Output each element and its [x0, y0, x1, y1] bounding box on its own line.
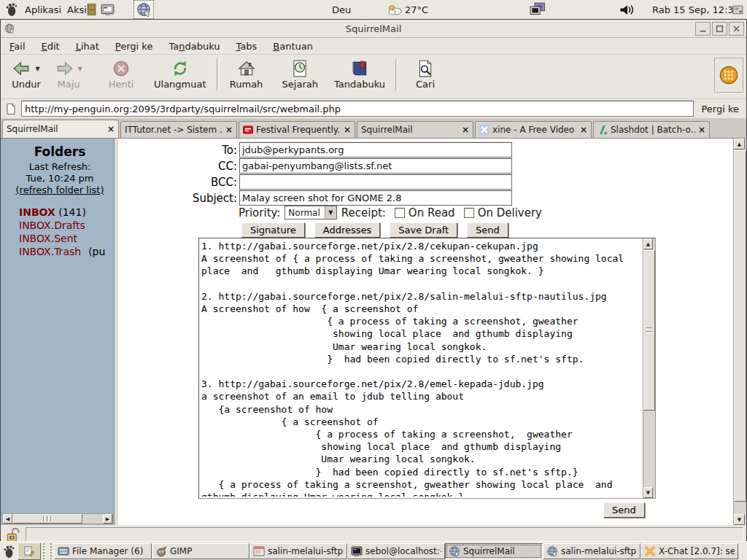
menu-edit[interactable]: Edit	[42, 41, 60, 52]
forward-dropdown-icon[interactable]: ▼	[77, 66, 82, 72]
lock-open-icon	[5, 527, 23, 542]
taskbar: File Manager (6) GIMP salin-melalui-sftp…	[0, 541, 747, 560]
task-sebol-terminal[interactable]: sebol@localhost:~/	[347, 543, 445, 559]
menu-pergi-ke[interactable]: Pergi ke	[115, 41, 153, 52]
back-dropdown-icon[interactable]: ▼	[35, 66, 39, 72]
menu-fail[interactable]: Fail	[9, 41, 26, 52]
bcc-field[interactable]	[239, 174, 512, 190]
back-button[interactable]: ▼ Undur	[5, 58, 47, 90]
scrollbar-thumb[interactable]	[643, 250, 655, 411]
url-input[interactable]	[21, 101, 694, 117]
scrollbar-thumb[interactable]	[12, 514, 82, 524]
to-field[interactable]	[239, 142, 512, 158]
tab-close-icon[interactable]: ×	[462, 125, 469, 134]
home-button[interactable]: Rumah	[225, 58, 268, 90]
go-button[interactable]: Pergi ke	[698, 104, 742, 114]
bookmarks-button[interactable]: Tandabuku	[330, 58, 390, 90]
last-refresh-value: Tue, 10:24 pm	[11, 173, 109, 184]
tray-icon[interactable]	[732, 0, 743, 19]
tabbar: SquirrelMail × ITTutor.net -> Sistem ...…	[1, 119, 746, 139]
dark-terminal-icon	[351, 545, 363, 557]
task-file-manager[interactable]: File Manager (6)	[54, 543, 152, 559]
priority-select[interactable]: Normal ▼	[285, 206, 336, 219]
tab-close-icon[interactable]: ×	[107, 125, 115, 133]
terminal-launcher[interactable]	[98, 0, 117, 19]
folder-inbox[interactable]: INBOX (141)	[19, 206, 105, 219]
menu-lihat[interactable]: Lihat	[76, 41, 99, 52]
close-button[interactable]	[729, 22, 744, 36]
menu-tandabuku[interactable]: Tandabuku	[169, 41, 220, 52]
refresh-folder-list-link[interactable]: (refresh folder list)	[11, 184, 109, 196]
cc-field[interactable]	[239, 158, 512, 174]
scroll-right-icon[interactable]: ▶	[103, 514, 112, 524]
on-read-label: On Read	[409, 206, 455, 219]
throbber	[714, 58, 743, 93]
web-browser-launcher[interactable]	[133, 0, 154, 19]
tab-close-icon[interactable]: ×	[580, 125, 587, 134]
addresses-button[interactable]: Addresses	[314, 222, 381, 238]
tab-close-icon[interactable]: ×	[698, 125, 705, 134]
tab-close-icon[interactable]: ×	[344, 125, 351, 134]
signature-button[interactable]: Signature	[241, 222, 305, 238]
menu-tabs[interactable]: Tabs	[236, 41, 258, 52]
tab-squirrelmail-1[interactable]: SquirrelMail ×	[2, 120, 119, 138]
tab-slashdot[interactable]: Slashdot | Batch-o... ×	[593, 121, 710, 138]
tab-close-icon[interactable]: ×	[225, 125, 233, 134]
gnome-foot-icon[interactable]	[2, 545, 15, 559]
scroll-up-icon[interactable]: ▲	[643, 238, 653, 249]
scroll-up-icon[interactable]: ▲	[734, 139, 745, 149]
message-body-textarea[interactable]: 1. http://gabai.sourceforge.net/pix/2.8/…	[198, 238, 656, 499]
tab-squirrelmail-2[interactable]: SquirrelMail ×	[357, 121, 473, 138]
scroll-left-icon[interactable]: ◀	[3, 514, 12, 524]
task-xchat[interactable]: X-Chat [2.0.7]: sebol	[640, 543, 738, 559]
menu-bantuan[interactable]: Bantuan	[273, 41, 313, 52]
toolbar: ▼ Undur ▼ Maju Henti Ulangmuat Rumah Sej…	[1, 55, 746, 99]
send-button-bottom[interactable]: Send	[603, 502, 645, 518]
find-button[interactable]: Cari	[404, 58, 446, 90]
volume-applet[interactable]	[619, 0, 635, 19]
tab-ittutor[interactable]: ITTutor.net -> Sistem ... ×	[120, 121, 237, 138]
task-salin-terminal[interactable]: salin-melalui-sftp-n	[249, 543, 347, 559]
scrollbar-thumb[interactable]	[734, 150, 746, 502]
workspace-switcher[interactable]	[530, 0, 546, 19]
festival-favicon	[243, 125, 253, 135]
priority-label: Priority:	[239, 206, 280, 219]
keyboard-indicator[interactable]: Deu	[332, 0, 351, 19]
subject-label: Subject:	[118, 192, 239, 205]
minimize-button[interactable]	[695, 22, 711, 36]
task-salin-browser[interactable]: salin-melalui-sftp-n	[543, 543, 640, 559]
weather-applet[interactable]: 27°C	[387, 0, 428, 19]
stop-button[interactable]: Henti	[100, 58, 142, 90]
forward-button[interactable]: ▼ Maju	[47, 58, 90, 90]
taskbar-handle[interactable]	[43, 543, 52, 559]
history-button[interactable]: Sejarah	[278, 58, 322, 90]
tab-festival[interactable]: Festival Frequently... ×	[239, 121, 355, 138]
page-vertical-scrollbar[interactable]: ▲ ▼	[733, 139, 746, 525]
compose-area: To: CC: BCC: Subject: Priority: Normal ▼	[118, 139, 733, 525]
scroll-down-icon[interactable]: ▼	[643, 487, 653, 498]
on-delivery-checkbox[interactable]	[464, 208, 474, 218]
save-draft-button[interactable]: Save Draft	[390, 222, 457, 238]
reload-button[interactable]: Ulangmuat	[150, 58, 211, 90]
message-body-text: 1. http://gabai.sourceforge.net/pix/2.8/…	[201, 240, 642, 497]
scroll-down-icon[interactable]: ▼	[734, 514, 745, 525]
maximize-button[interactable]	[712, 22, 727, 36]
folder-inbox-trash[interactable]: INBOX.Trash(pu	[19, 245, 105, 258]
send-button[interactable]: Send	[467, 222, 508, 238]
gnome-menu-button[interactable]	[4, 0, 18, 19]
clock-applet[interactable]: Rab 15 Sep, 12:38	[652, 0, 740, 19]
folder-inbox-sent[interactable]: INBOX.Sent	[19, 232, 105, 245]
panel-menu-aplikasi[interactable]: Aplikasi	[20, 0, 66, 19]
workspace-switcher-icon	[530, 2, 546, 17]
sidebar-horizontal-scrollbar[interactable]: ◀ ▶	[2, 513, 113, 524]
textarea-scrollbar[interactable]: ▲ ▼	[643, 238, 655, 498]
task-squirrelmail[interactable]: SquirrelMail	[445, 543, 543, 559]
folder-inbox-drafts[interactable]: INBOX.Drafts	[19, 219, 105, 232]
task-gimp[interactable]: GIMP	[152, 543, 249, 559]
show-desktop-button[interactable]	[18, 542, 41, 560]
subject-field[interactable]	[239, 190, 512, 206]
on-read-checkbox[interactable]	[395, 208, 405, 218]
titlebar[interactable]: SquirrelMail	[1, 20, 746, 38]
chevron-down-icon[interactable]: ▼	[325, 206, 336, 219]
tab-xine[interactable]: xine - A Free Video ... ×	[475, 121, 592, 138]
